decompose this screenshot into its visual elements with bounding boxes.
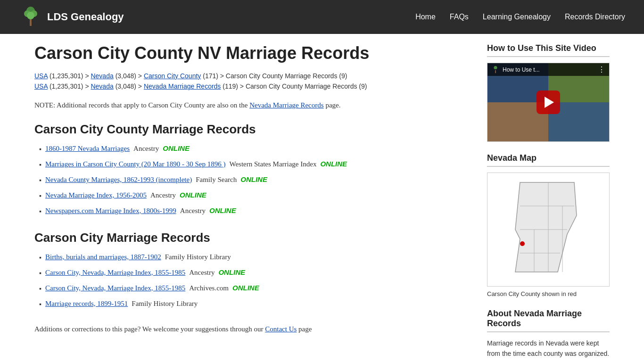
- nevada-marriage-records-link[interactable]: Nevada Marriage Records: [249, 101, 323, 109]
- logo-icon: [19, 5, 42, 29]
- online-badge: ONLINE: [209, 206, 236, 216]
- video-section-title: How to Use This Site Video: [487, 43, 610, 57]
- breadcrumb-ccc-1[interactable]: Carson City County: [144, 72, 201, 80]
- record-link[interactable]: Births, burials and marriages, 1887-1902: [45, 252, 161, 263]
- breadcrumb-nevada-2[interactable]: Nevada: [91, 82, 113, 90]
- list-item: Marriages in Carson City County (20 Mar …: [39, 159, 468, 170]
- svg-point-5: [494, 66, 497, 69]
- record-link[interactable]: Newspapers.com Marriage Index, 1800s-199…: [45, 206, 176, 216]
- list-item: Nevada County Marriages, 1862-1993 (inco…: [39, 174, 468, 185]
- video-thumbnail[interactable]: How to Use t... ⋮: [487, 63, 610, 142]
- breadcrumb-nevada-1[interactable]: Nevada: [91, 72, 113, 80]
- site-header: LDS Genealogy Home FAQs Learning Genealo…: [0, 0, 644, 34]
- record-link[interactable]: Nevada County Marriages, 1862-1993 (inco…: [45, 174, 192, 185]
- breadcrumb-usa-1[interactable]: USA: [34, 72, 48, 80]
- nav-home[interactable]: Home: [415, 13, 436, 21]
- breadcrumb: USA (1,235,301) > Nevada (3,048) > Carso…: [34, 71, 468, 92]
- sidebar: How to Use This Site Video How: [487, 43, 610, 362]
- record-link[interactable]: Carson City, Nevada, Marriage Index, 185…: [45, 267, 185, 278]
- record-link[interactable]: Marriage records, 1899-1951: [45, 298, 128, 309]
- play-icon: [545, 97, 554, 108]
- svg-point-8: [520, 241, 525, 246]
- svg-rect-6: [495, 70, 496, 73]
- list-item: Carson City, Nevada, Marriage Index, 185…: [39, 267, 468, 278]
- list-item: 1860-1987 Nevada Marriages Ancestry ONLI…: [39, 143, 468, 154]
- page-title: Carson City County NV Marriage Records: [34, 43, 468, 63]
- online-badge: ONLINE: [240, 174, 267, 185]
- nav-learning[interactable]: Learning Genealogy: [483, 13, 551, 21]
- main-nav: Home FAQs Learning Genealogy Records Dir…: [415, 13, 625, 21]
- about-title: About Nevada Marriage Records: [487, 309, 610, 332]
- records1-list: 1860-1987 Nevada Marriages Ancestry ONLI…: [34, 143, 468, 216]
- online-badge: ONLINE: [218, 267, 245, 278]
- sidebar-video-section: How to Use This Site Video How: [487, 43, 610, 142]
- section1-title: Carson City County Marriage Records: [34, 122, 468, 137]
- sidebar-about-section: About Nevada Marriage Records Marriage r…: [487, 309, 610, 362]
- svg-rect-4: [30, 19, 32, 26]
- sidebar-map-section: Nevada Map Carson City County shown in r…: [487, 153, 610, 297]
- nevada-map-title: Nevada Map: [487, 153, 610, 167]
- svg-marker-7: [515, 182, 577, 272]
- main-content: Carson City County NV Marriage Records U…: [34, 43, 468, 362]
- nevada-map: [487, 173, 610, 287]
- list-item: Births, burials and marriages, 1887-1902…: [39, 252, 468, 263]
- nav-faqs[interactable]: FAQs: [450, 13, 469, 21]
- nav-records[interactable]: Records Directory: [565, 13, 625, 21]
- section2-title: Carson City Marriage Records: [34, 230, 468, 245]
- list-item: Nevada Marriage Index, 1956-2005 Ancestr…: [39, 190, 468, 201]
- nevada-map-svg: [501, 178, 595, 281]
- logo-text: LDS Genealogy: [47, 11, 124, 23]
- video-title-bar: How to Use t... ⋮: [487, 63, 609, 76]
- breadcrumb-usa-2[interactable]: USA: [34, 82, 48, 90]
- video-logo-icon: [491, 66, 500, 74]
- list-item: Carson City, Nevada, Marriage Index, 185…: [39, 283, 468, 294]
- record-link[interactable]: Carson City, Nevada, Marriage Index, 185…: [45, 283, 185, 294]
- records2-list: Births, burials and marriages, 1887-1902…: [34, 252, 468, 309]
- about-text: Marriage records in Nevada were kept fro…: [487, 338, 610, 362]
- record-link[interactable]: Nevada Marriage Index, 1956-2005: [45, 190, 147, 201]
- svg-point-3: [27, 12, 34, 19]
- logo-area[interactable]: LDS Genealogy: [19, 5, 124, 29]
- online-badge: ONLINE: [320, 159, 347, 170]
- online-badge: ONLINE: [163, 143, 190, 154]
- online-badge: ONLINE: [232, 283, 259, 294]
- additions-text: Additions or corrections to this page? W…: [34, 323, 468, 335]
- note-text: NOTE: Additional records that apply to C…: [34, 99, 468, 111]
- list-item: Marriage records, 1899-1951 Family Histo…: [39, 298, 468, 309]
- record-link[interactable]: 1860-1987 Nevada Marriages: [45, 143, 130, 154]
- play-button[interactable]: [537, 90, 560, 114]
- record-link[interactable]: Marriages in Carson City County (20 Mar …: [45, 159, 225, 170]
- page-container: Carson City County NV Marriage Records U…: [16, 34, 628, 362]
- online-badge: ONLINE: [180, 190, 206, 201]
- map-caption: Carson City County shown in red: [487, 290, 610, 297]
- list-item: Newspapers.com Marriage Index, 1800s-199…: [39, 206, 468, 216]
- contact-us-link[interactable]: Contact Us: [265, 325, 297, 333]
- breadcrumb-nevada-marriage[interactable]: Nevada Marriage Records: [144, 82, 221, 90]
